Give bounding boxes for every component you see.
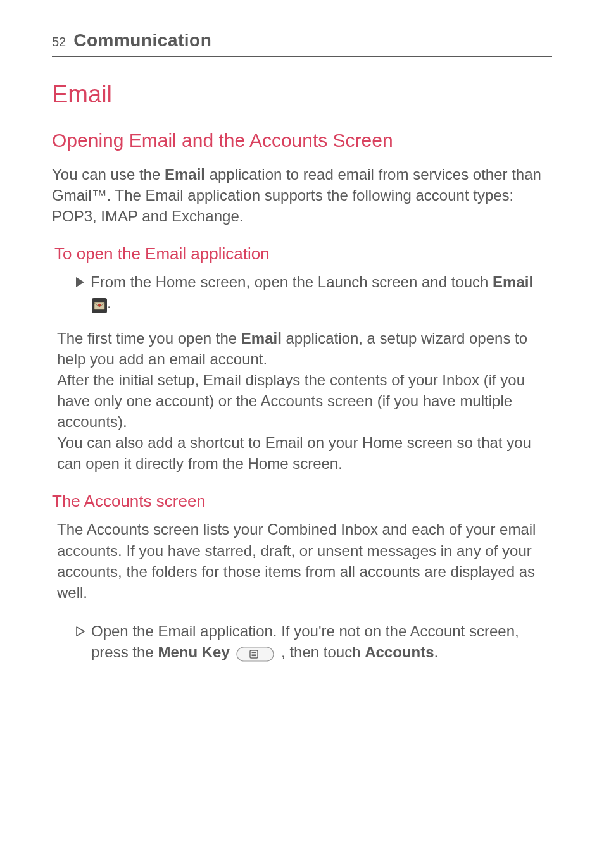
svg-rect-3 [99, 306, 99, 307]
bullet-bold: Email [493, 273, 533, 290]
p1-pre: The first time you open the [57, 330, 241, 347]
page-number: 52 [52, 35, 66, 49]
accounts-body: The Accounts screen lists your Combined … [57, 519, 552, 602]
bullet-text: Open the Email application. If you're no… [91, 621, 552, 664]
chapter-title: Communication [73, 30, 211, 51]
para-2: After the initial setup, Email displays … [57, 369, 552, 432]
section-intro: You can use the Email application to rea… [52, 164, 552, 226]
subsection-heading-open-app: To open the Email application [54, 244, 552, 264]
bullet2-bold2: Accounts [365, 643, 434, 660]
main-heading: Email [52, 81, 552, 108]
bullet-post: . [107, 294, 111, 311]
header-rule [52, 56, 552, 57]
email-app-icon [92, 294, 107, 315]
bullet2-bold1: Menu Key [158, 643, 229, 660]
para-3: You can also add a shortcut to Email on … [57, 432, 552, 474]
intro-bold: Email [165, 166, 205, 183]
p1-bold: Email [241, 330, 282, 347]
triangle-outline-bullet-icon [76, 626, 85, 636]
bullet-pre: From the Home screen, open the Launch sc… [91, 273, 493, 290]
section-heading-opening-email: Opening Email and the Accounts Screen [52, 130, 552, 151]
intro-pre: You can use the [52, 166, 165, 183]
subsection-heading-accounts-screen: The Accounts screen [52, 492, 552, 511]
bullet2-mid: , then touch [277, 643, 365, 660]
bullet2-post: . [434, 643, 439, 660]
bullet-item: From the Home screen, open the Launch sc… [76, 271, 552, 314]
page-header: 52 Communication [52, 30, 552, 51]
bullet-text: From the Home screen, open the Launch sc… [91, 271, 552, 314]
para-1: The first time you open the Email applic… [57, 328, 552, 369]
menu-key-icon [236, 643, 274, 664]
bullet-item: Open the Email application. If you're no… [76, 621, 552, 664]
paragraph-block: The first time you open the Email applic… [57, 328, 552, 474]
triangle-bullet-icon [76, 277, 84, 287]
